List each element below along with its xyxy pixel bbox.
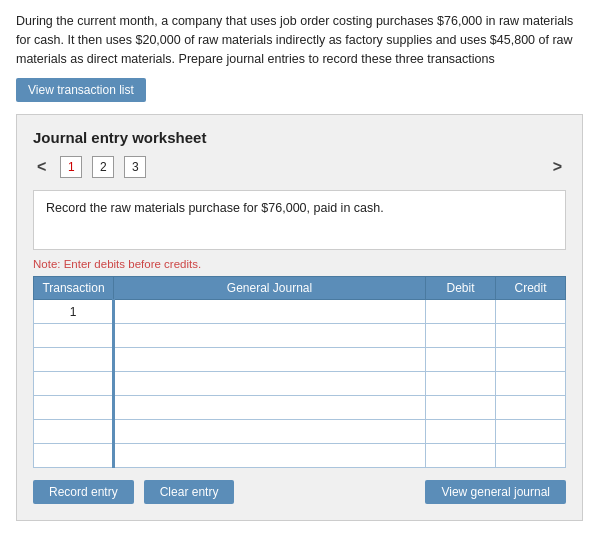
general-cell-5[interactable]	[114, 396, 426, 420]
view-transaction-button[interactable]: View transaction list	[16, 78, 146, 102]
record-entry-button[interactable]: Record entry	[33, 480, 134, 504]
credit-cell-6[interactable]	[496, 420, 566, 444]
clear-entry-button[interactable]: Clear entry	[144, 480, 235, 504]
general-journal-input-5[interactable]	[119, 401, 421, 415]
col-header-debit: Debit	[426, 277, 496, 300]
transaction-cell-6	[34, 420, 114, 444]
credit-cell-3[interactable]	[496, 348, 566, 372]
credit-input-5[interactable]	[500, 401, 561, 415]
debit-input-2[interactable]	[430, 329, 491, 343]
general-journal-input-6[interactable]	[119, 425, 421, 439]
table-row	[34, 444, 566, 468]
page-3-button[interactable]: 3	[124, 156, 146, 178]
debit-cell-4[interactable]	[426, 372, 496, 396]
col-header-general-journal: General Journal	[114, 277, 426, 300]
general-journal-input-1[interactable]	[119, 305, 421, 319]
worksheet-title: Journal entry worksheet	[33, 129, 566, 146]
credit-cell-1[interactable]	[496, 300, 566, 324]
general-journal-input-3[interactable]	[119, 353, 421, 367]
credit-cell-5[interactable]	[496, 396, 566, 420]
debit-input-3[interactable]	[430, 353, 491, 367]
general-cell-6[interactable]	[114, 420, 426, 444]
next-page-button[interactable]: >	[549, 158, 566, 176]
debit-input-1[interactable]	[430, 305, 491, 319]
credit-input-6[interactable]	[500, 425, 561, 439]
page-1-button[interactable]: 1	[60, 156, 82, 178]
debit-cell-5[interactable]	[426, 396, 496, 420]
credit-input-3[interactable]	[500, 353, 561, 367]
general-journal-input-4[interactable]	[119, 377, 421, 391]
general-cell-3[interactable]	[114, 348, 426, 372]
general-cell-7[interactable]	[114, 444, 426, 468]
transaction-cell-2	[34, 324, 114, 348]
table-row	[34, 396, 566, 420]
general-cell-1[interactable]	[114, 300, 426, 324]
credit-input-1[interactable]	[500, 305, 561, 319]
transaction-cell-3	[34, 348, 114, 372]
credit-cell-2[interactable]	[496, 324, 566, 348]
transaction-cell-1: 1	[34, 300, 114, 324]
general-cell-4[interactable]	[114, 372, 426, 396]
action-bar: Record entry Clear entry View general jo…	[33, 480, 566, 504]
general-journal-input-7[interactable]	[119, 449, 421, 463]
debit-cell-1[interactable]	[426, 300, 496, 324]
col-header-credit: Credit	[496, 277, 566, 300]
view-general-journal-button[interactable]: View general journal	[425, 480, 566, 504]
debit-input-6[interactable]	[430, 425, 491, 439]
debit-cell-3[interactable]	[426, 348, 496, 372]
journal-table: Transaction General Journal Debit Credit…	[33, 276, 566, 468]
credit-input-4[interactable]	[500, 377, 561, 391]
transaction-cell-7	[34, 444, 114, 468]
debit-input-5[interactable]	[430, 401, 491, 415]
debit-cell-6[interactable]	[426, 420, 496, 444]
credit-cell-7[interactable]	[496, 444, 566, 468]
pagination: < 1 2 3 >	[33, 156, 566, 178]
instruction-text: Record the raw materials purchase for $7…	[46, 201, 384, 215]
table-row	[34, 324, 566, 348]
instruction-box: Record the raw materials purchase for $7…	[33, 190, 566, 250]
general-journal-input-2[interactable]	[119, 329, 421, 343]
general-cell-2[interactable]	[114, 324, 426, 348]
note-text: Note: Enter debits before credits.	[33, 258, 566, 270]
page-2-button[interactable]: 2	[92, 156, 114, 178]
table-row	[34, 372, 566, 396]
debit-input-7[interactable]	[430, 449, 491, 463]
transaction-cell-4	[34, 372, 114, 396]
debit-cell-7[interactable]	[426, 444, 496, 468]
credit-input-7[interactable]	[500, 449, 561, 463]
debit-cell-2[interactable]	[426, 324, 496, 348]
credit-cell-4[interactable]	[496, 372, 566, 396]
worksheet-container: Journal entry worksheet < 1 2 3 > Record…	[16, 114, 583, 521]
table-row: 1	[34, 300, 566, 324]
transaction-cell-5	[34, 396, 114, 420]
intro-text: During the current month, a company that…	[16, 12, 583, 68]
debit-input-4[interactable]	[430, 377, 491, 391]
action-bar-left: Record entry Clear entry	[33, 480, 234, 504]
table-row	[34, 420, 566, 444]
col-header-transaction: Transaction	[34, 277, 114, 300]
prev-page-button[interactable]: <	[33, 158, 50, 176]
credit-input-2[interactable]	[500, 329, 561, 343]
table-row	[34, 348, 566, 372]
